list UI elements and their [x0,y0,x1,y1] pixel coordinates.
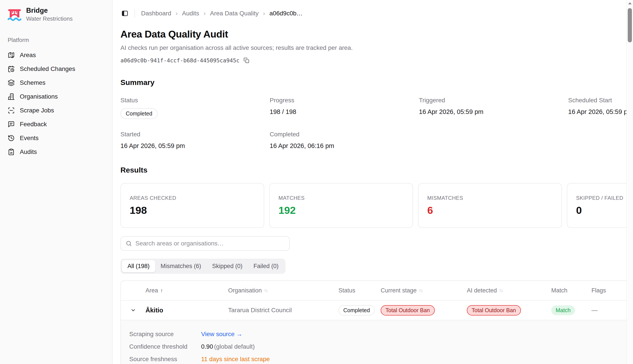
copy-uuid-button[interactable] [243,57,250,64]
card-areas-checked: AREAS CHECKED 198 [120,183,264,228]
field-label: Completed [270,131,419,138]
breadcrumb-dashboard[interactable]: Dashboard [141,10,171,17]
breadcrumb: Dashboard › Audits › Area Data Quality ›… [141,10,303,17]
scan-icon [8,107,15,114]
sidebar-item-feedback[interactable]: Feedback [7,118,107,131]
collapse-row-button[interactable] [129,306,137,314]
scrollbar-thumb[interactable] [628,8,632,42]
detail-confidence-threshold: Confidence threshold 0.90 (global defaul… [129,340,633,353]
summary-field-status: Status Completed [120,97,270,119]
panel-left-icon [121,10,128,17]
tab-skipped[interactable]: Skipped (0) [206,260,248,272]
summary-field-progress: Progress 198 / 198 [270,97,419,119]
map-icon [8,52,15,58]
column-header-area[interactable]: Area↑ [145,287,228,294]
detail-value: 0.90 [201,343,213,350]
card-label: MATCHES [279,195,412,201]
main-content: Dashboard › Audits › Area Data Quality ›… [113,0,633,364]
page-description: AI checks run per organisation across al… [120,44,633,51]
history-icon [8,134,15,142]
field-label: Status [120,97,270,104]
view-source-link[interactable]: View source → [201,331,633,338]
card-matches: MATCHES 192 [269,183,413,228]
summary-heading: Summary [120,78,633,87]
card-value: 198 [130,204,264,216]
sidebar-item-areas[interactable]: Areas [7,48,107,62]
search-input[interactable] [135,240,284,247]
field-label: Progress [270,97,419,104]
sidebar-item-label: Feedback [20,121,47,128]
sidebar-item-audits[interactable]: Audits [7,145,107,159]
layers-icon [8,79,15,86]
sidebar-section-label: Platform [8,37,107,44]
sidebar-item-events[interactable]: Events [7,131,107,145]
column-header-match: Match [551,287,591,294]
table-row-akitio[interactable]: Ākitio Tararua District Council Complete… [121,300,633,320]
detail-label: Source freshness [129,356,201,363]
summary-field-completed: Completed 16 Apr 2026, 06:16 pm [270,131,419,150]
card-label: AREAS CHECKED [130,195,264,201]
vertical-scrollbar[interactable] [626,0,633,364]
audit-id-row: a06d9c0b-941f-4ccf-b68d-445095ca945c [120,57,633,64]
breadcrumb-current: a06d9c0b… [270,10,303,17]
detail-scraping-source: Scraping source View source → [129,328,633,340]
chevron-right-icon: › [203,10,205,17]
field-label: Started [120,131,270,138]
audit-uuid: a06d9c0b-941f-4ccf-b68d-445095ca945c [120,57,240,64]
sidebar-item-label: Audits [20,148,37,156]
card-mismatches: MISMATCHES 6 [418,183,562,228]
area-name: Ākitio [145,307,228,314]
sort-asc-icon: ↑ [160,288,163,294]
summary-grid: Status Completed Progress 198 / 198 Trig… [120,97,633,150]
topbar-divider [134,9,135,18]
summary-field-scheduled-start: Scheduled Start 16 Apr 2026, 05:59 pm [568,97,633,119]
search-box [120,236,290,251]
topbar: Dashboard › Audits › Area Data Quality ›… [120,8,633,18]
table-header-row: Area↑ Organisation↑↓ Status Current stag… [121,281,633,300]
detail-label: Confidence threshold [129,343,201,350]
chevron-right-icon: › [176,10,178,17]
detail-note: (global default) [214,343,255,350]
field-label: Scheduled Start [568,97,633,104]
status-badge: Completed [120,108,158,119]
summary-field-started: Started 16 Apr 2026, 05:59 pm [120,131,270,150]
freshness-warning: 11 days since last scrape [201,356,633,363]
sidebar-item-scheduled-changes[interactable]: Scheduled Changes [7,62,107,76]
filter-tabs: All (198) Mismatches (6) Skipped (0) Fai… [120,258,286,274]
copy-icon [244,58,249,63]
breadcrumb-audits[interactable]: Audits [182,10,199,17]
sidebar-toggle-button[interactable] [120,9,129,18]
sidebar-item-organisations[interactable]: Organisations [7,90,107,104]
chevron-down-icon [130,307,136,313]
summary-field-triggered: Triggered 16 Apr 2026, 05:59 pm [419,97,568,119]
tab-all[interactable]: All (198) [122,260,155,272]
column-header-organisation[interactable]: Organisation↑↓ [228,287,338,294]
search-icon [126,240,132,246]
card-value: 192 [279,204,412,216]
card-value: 6 [427,204,561,216]
sidebar-nav: Areas Scheduled Changes Schemes Organisa… [7,48,107,159]
field-value: 16 Apr 2026, 06:16 pm [270,142,419,150]
tab-failed[interactable]: Failed (0) [248,260,284,272]
field-label: Triggered [419,97,568,104]
sidebar-item-label: Schemes [20,79,46,86]
tab-mismatches[interactable]: Mismatches (6) [155,260,207,272]
brand[interactable]: Bridge Water Restrictions [7,6,107,22]
results-heading: Results [120,166,633,174]
column-header-status: Status [338,287,381,294]
column-header-current-stage[interactable]: Current stage↑↓ [381,287,467,294]
field-value: 16 Apr 2026, 05:59 pm [568,108,633,116]
sidebar-item-label: Areas [20,52,36,58]
detail-label: Scraping source [129,331,201,338]
scroll-up-arrow-icon[interactable] [628,2,632,4]
column-header-ai-detected[interactable]: AI detected↑↓ [467,287,551,294]
sidebar-item-label: Scrape Jobs [20,107,54,114]
sort-icon: ↑↓ [264,288,268,293]
sidebar-item-label: Events [20,134,39,142]
sort-icon: ↑↓ [419,288,423,293]
building-icon [8,93,15,100]
sidebar-item-schemes[interactable]: Schemes [7,76,107,90]
breadcrumb-area-data-quality[interactable]: Area Data Quality [210,10,259,17]
sidebar-item-scrape-jobs[interactable]: Scrape Jobs [7,104,107,118]
clipboard-icon [8,148,15,156]
